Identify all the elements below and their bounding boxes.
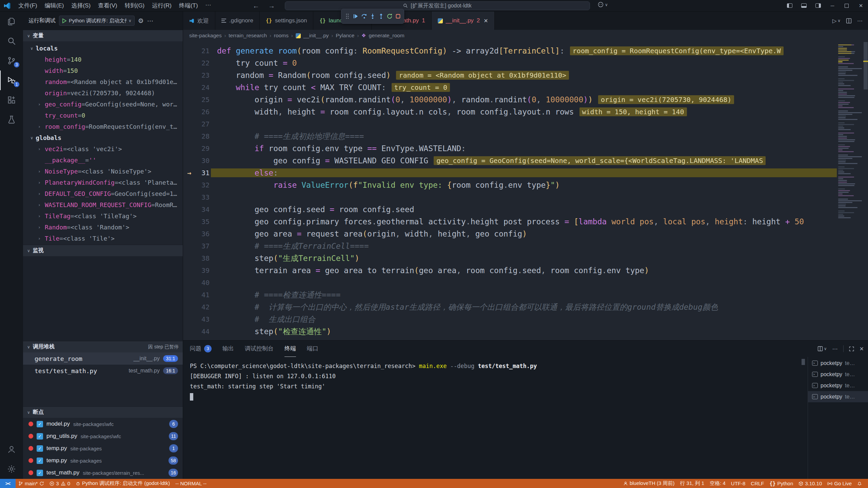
- maximize-panel-icon[interactable]: [849, 346, 854, 351]
- variables-group[interactable]: ∨globals: [23, 132, 183, 143]
- code-line[interactable]: 39 terrain_area = geo_area_to_terrain(ge…: [183, 264, 868, 277]
- vim-mode-status[interactable]: -- NORMAL --: [173, 481, 209, 486]
- code-line[interactable]: 24 while try_count < MAX_TRY_COUNT:try_c…: [183, 81, 868, 94]
- panel-tab[interactable]: 调试控制台: [245, 341, 274, 357]
- activity-run-debug[interactable]: 1: [0, 70, 23, 90]
- minimize-button[interactable]: ─: [825, 0, 840, 12]
- cursor-position-status[interactable]: 行 31, 列 1: [677, 480, 707, 487]
- code-line[interactable]: 29 if room_config.env_type == EnvType.WA…: [183, 142, 868, 155]
- code-line[interactable]: 34 geo_config.seed = room_config.seed: [183, 203, 868, 216]
- activity-accounts[interactable]: [0, 440, 23, 459]
- command-center[interactable]: [扩展开发宿主] godot-ldtk: [285, 1, 590, 10]
- editor-tab[interactable]: 欢迎: [183, 12, 215, 30]
- toggle-secondary-sidebar-icon[interactable]: [811, 0, 825, 12]
- code-line[interactable]: 26 width, height = room_config.layout.n_…: [183, 106, 868, 118]
- variable-row[interactable]: __package__ = '': [23, 155, 183, 166]
- menu-item[interactable]: 选择(S): [68, 0, 94, 11]
- breakpoint-checkbox[interactable]: ✓: [37, 421, 43, 427]
- breakpoint-row[interactable]: ✓model.pysite-packages\wfc6: [23, 418, 183, 430]
- breakpoint-row[interactable]: ✓test_math.pysite-packages\terrain_res..…: [23, 467, 183, 479]
- variable-row[interactable]: width = 150: [23, 65, 183, 76]
- variable-row[interactable]: ›NoiseType = <class 'NoiseType'>: [23, 166, 183, 177]
- terminal-list-item[interactable]: >pocketpyte…: [808, 358, 868, 369]
- terminal-list-item[interactable]: >pocketpyte…: [808, 369, 868, 380]
- variable-row[interactable]: random = <Random object at 0x1bf9d01e…: [23, 76, 183, 87]
- code-line[interactable]: 32 raise ValueError(f"Invalid env type: …: [183, 179, 868, 191]
- language-mode-status[interactable]: {} Python: [767, 481, 796, 487]
- variable-row[interactable]: ›Tile = <class 'Tile'>: [23, 233, 183, 244]
- variable-row[interactable]: ›TileTag = <class 'TileTag'>: [23, 210, 183, 222]
- code-line[interactable]: →31 else:: [183, 167, 868, 179]
- breakpoint-row[interactable]: ✓temp.pysite-packages1: [23, 442, 183, 454]
- breakpoint-checkbox[interactable]: ✓: [37, 458, 43, 464]
- menu-item[interactable]: ···: [202, 0, 215, 11]
- panel-tab[interactable]: 问题3: [190, 341, 212, 357]
- breadcrumb-item[interactable]: site-packages: [189, 33, 222, 39]
- section-watch[interactable]: ∨ 监视: [23, 245, 183, 256]
- git-branch-status[interactable]: main*: [16, 481, 47, 486]
- debug-step-out-button[interactable]: [377, 11, 385, 21]
- menu-item[interactable]: 编辑(E): [41, 0, 67, 11]
- code-line[interactable]: 35 geo_config.primary_forces.geothermal_…: [183, 216, 868, 228]
- code-line[interactable]: 42 # 计算每一个出口的中心，然后使用astar生成路径，确保每一个出口组合都…: [183, 301, 868, 313]
- code-line[interactable]: 21def generate_room(room_config: RoomReq…: [183, 45, 868, 57]
- debug-stop-button[interactable]: [394, 11, 402, 21]
- menu-item[interactable]: 转到(G): [121, 0, 148, 11]
- nav-back-icon[interactable]: ←: [253, 2, 259, 10]
- go-live-status[interactable]: Go Live: [825, 481, 854, 486]
- code-line[interactable]: 25 origin = vec2i(random.randint(0, 1000…: [183, 94, 868, 106]
- menu-item[interactable]: 查看(V): [95, 0, 121, 11]
- close-button[interactable]: ✕: [854, 0, 868, 12]
- indentation-status[interactable]: 空格: 4: [707, 480, 728, 487]
- variable-row[interactable]: ›geo_config = GeoConfig(seed=None, wor…: [23, 99, 183, 110]
- variable-row[interactable]: ›vec2i = <class 'vec2i'>: [23, 143, 183, 155]
- editor-tab[interactable]: __init__.py2✕: [432, 12, 495, 30]
- gear-icon[interactable]: ⚙: [138, 17, 144, 25]
- problems-status[interactable]: 3 0: [47, 481, 73, 486]
- terminal-list-item[interactable]: >pocketpyte…: [808, 380, 868, 391]
- breadcrumb-item[interactable]: rooms: [274, 33, 289, 39]
- variable-row[interactable]: ›PlanetaryWindConfig = <class 'Planeta…: [23, 177, 183, 188]
- breadcrumb-item[interactable]: Pylance: [336, 33, 354, 39]
- drag-handle-icon[interactable]: [343, 11, 351, 21]
- callstack-frame[interactable]: test/test_math.pytest_math.py16:1: [23, 365, 183, 377]
- activity-extensions[interactable]: [0, 90, 23, 110]
- debug-config-status[interactable]: Python 调试程序: 启动文件 (godot-ldtk): [73, 480, 173, 487]
- launch-config-select[interactable]: Python 调试程序: 启动文件 ∨: [59, 16, 135, 26]
- section-variables[interactable]: ∨ 变量: [23, 30, 183, 41]
- breakpoint-checkbox[interactable]: ✓: [37, 470, 43, 476]
- activity-settings[interactable]: [0, 459, 23, 479]
- code-line[interactable]: 30 geo_config = WASTELAND_GEO_CONFIGgeo_…: [183, 155, 868, 167]
- menu-item[interactable]: 运行(R): [149, 0, 175, 11]
- breakpoint-row[interactable]: ✓temp.pysite-packages58: [23, 454, 183, 467]
- variable-row[interactable]: try_count = 0: [23, 110, 183, 121]
- terminal-list-item[interactable]: >pocketpyte…: [808, 391, 868, 402]
- panel-tab[interactable]: 终端: [284, 341, 296, 357]
- editor-scrollbar[interactable]: [863, 41, 868, 340]
- panel-tab[interactable]: 输出: [222, 341, 234, 357]
- close-panel-icon[interactable]: ✕: [860, 346, 864, 352]
- last-commit-status[interactable]: blueloveTH (3 周前): [620, 480, 677, 487]
- debug-restart-button[interactable]: [386, 11, 393, 21]
- python-version-status[interactable]: 3.10.10: [796, 481, 825, 486]
- breakpoint-row[interactable]: ✓png_utils.pysite-packages\wfc11: [23, 430, 183, 442]
- toggle-panel-icon[interactable]: [797, 0, 811, 12]
- activity-testing[interactable]: [0, 110, 23, 129]
- menu-item[interactable]: 文件(F): [15, 0, 41, 11]
- variable-row[interactable]: origin = vec2i(7205730, 9024468): [23, 87, 183, 99]
- breadcrumb-item[interactable]: terrain_research: [229, 33, 267, 39]
- code-line[interactable]: 37 # ====生成TerrainCell====: [183, 240, 868, 252]
- activity-source-control[interactable]: 3: [0, 51, 23, 70]
- code-editor[interactable]: 2021def generate_room(room_config: RoomR…: [183, 41, 868, 340]
- code-line[interactable]: 33: [183, 191, 868, 203]
- close-icon[interactable]: ✕: [484, 18, 488, 24]
- code-line[interactable]: 22 try_count = 0: [183, 57, 868, 69]
- activity-search[interactable]: [0, 31, 23, 51]
- breakpoint-checkbox[interactable]: ✓: [37, 433, 43, 440]
- code-line[interactable]: 27: [183, 118, 868, 130]
- code-line[interactable]: 43 # 生成出口组合: [183, 313, 868, 325]
- remote-indicator[interactable]: ><: [0, 479, 16, 488]
- variable-row[interactable]: ›Random = <class 'Random'>: [23, 222, 183, 233]
- code-line[interactable]: 45 exit_combinations: list[tuple[vec2i, …: [183, 338, 868, 340]
- run-python-file-button[interactable]: ▷ ∨: [832, 18, 841, 24]
